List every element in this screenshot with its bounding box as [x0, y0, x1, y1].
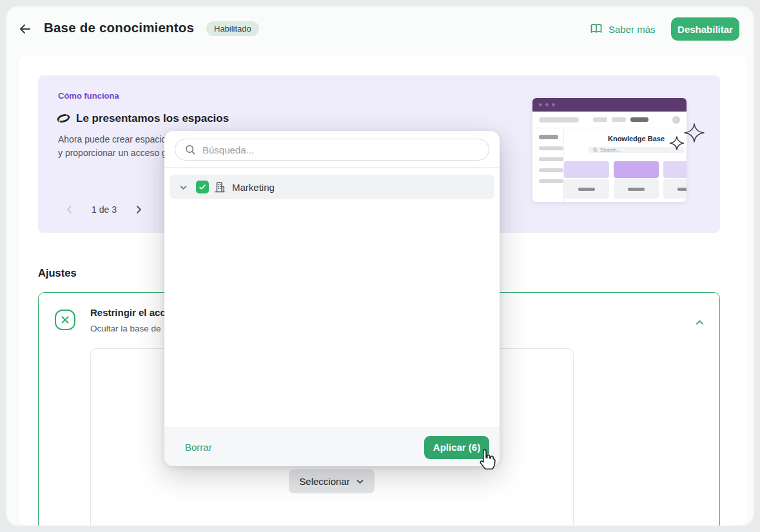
mockup-tabs	[593, 117, 648, 122]
skeleton-bar	[612, 117, 626, 122]
apply-button[interactable]: Aplicar (6)	[424, 436, 489, 459]
chevron-down-icon[interactable]	[179, 183, 188, 192]
app-root: Base de conocimientos Habilitado Saber m…	[0, 0, 760, 532]
titlebar-dot	[545, 103, 549, 106]
collapse-section-button[interactable]	[691, 314, 708, 331]
planet-emoji-icon	[57, 112, 70, 125]
main-panel: Base de conocimientos Habilitado Saber m…	[6, 6, 754, 526]
disable-button[interactable]: Deshabilitar	[671, 17, 739, 41]
mockup-card	[663, 161, 687, 199]
titlebar-dot	[539, 103, 542, 106]
pagination-prev-button[interactable]	[62, 202, 77, 217]
chevron-down-icon	[356, 477, 364, 486]
skeleton-bar	[593, 117, 607, 122]
skeleton-bar	[628, 188, 645, 191]
skeleton-bar	[677, 188, 687, 191]
modal-search-input[interactable]	[202, 144, 480, 155]
banner-heading-text: Le presentamos los espacios	[76, 112, 229, 125]
card-header	[663, 161, 687, 178]
skeleton-bar	[539, 179, 563, 183]
book-icon	[590, 22, 603, 37]
skeleton-bar	[539, 135, 558, 139]
skeleton-bar	[539, 146, 563, 150]
skeleton-bar	[539, 168, 563, 172]
building-icon	[213, 181, 226, 193]
skeleton-bar	[539, 117, 579, 123]
card-body	[614, 179, 659, 199]
banner-kicker: Cómo funciona	[58, 91, 119, 101]
mockup-card	[564, 161, 609, 199]
modal-footer: Borrar Aplicar (6)	[164, 428, 500, 466]
card-header	[564, 161, 609, 178]
mockup-sidebar	[532, 128, 564, 202]
mockup-search-placeholder: Search...	[600, 147, 621, 153]
banner-description: Ahora puede crear espacio y proporcionar…	[58, 133, 167, 160]
modal-search-box[interactable]	[175, 139, 489, 161]
space-label: Marketing	[232, 182, 275, 193]
space-row-marketing[interactable]: Marketing	[170, 175, 494, 199]
titlebar-dot	[552, 103, 555, 106]
pagination-label: 1 de 3	[92, 204, 117, 215]
back-button[interactable]	[15, 19, 35, 40]
clear-button[interactable]: Borrar	[185, 442, 212, 453]
pagination-next-button[interactable]	[131, 202, 146, 217]
mockup-title: Knowledge Base	[608, 135, 665, 143]
restrict-x-icon	[54, 309, 76, 333]
page-title: Base de conocimientos	[44, 20, 194, 35]
settings-heading: Ajustes	[38, 267, 77, 279]
skeleton-bar	[578, 188, 595, 191]
skeleton-bar	[539, 157, 563, 161]
select-dropdown-button[interactable]: Seleccionar	[289, 469, 375, 493]
spaces-select-modal: Marketing Borrar Aplicar (6)	[164, 131, 500, 466]
restrict-card-subtitle: Ocultar la base de	[90, 324, 161, 333]
select-button-label: Seleccionar	[299, 476, 349, 487]
card-header	[614, 161, 659, 178]
back-arrow-icon	[18, 22, 32, 38]
mockup-card	[614, 161, 659, 199]
banner-heading: Le presentamos los espacios	[57, 112, 229, 125]
card-body	[663, 179, 687, 199]
search-icon	[184, 144, 196, 155]
restrict-card-title: Restringir el acc	[90, 307, 166, 318]
card-body	[564, 179, 609, 199]
space-checkbox[interactable]	[196, 181, 209, 193]
learn-more-label: Saber más	[609, 24, 656, 35]
banner-pagination: 1 de 3	[62, 202, 146, 217]
skeleton-bar	[630, 117, 648, 122]
sparkles-icon	[663, 123, 705, 156]
mockup-cards	[564, 161, 687, 199]
mockup-titlebar	[532, 98, 687, 112]
status-badge: Habilitado	[206, 21, 259, 36]
learn-more-link[interactable]: Saber más	[590, 21, 656, 37]
modal-search-section	[164, 131, 500, 168]
